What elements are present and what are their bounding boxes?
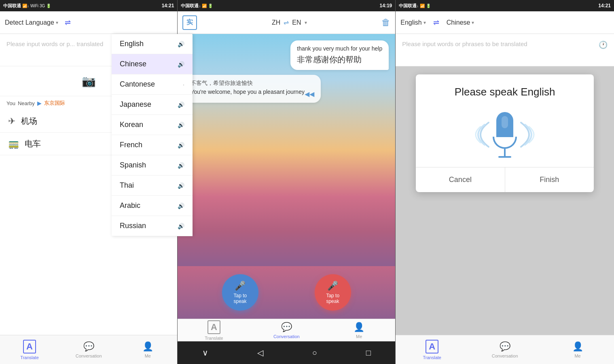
- lang-left-selector[interactable]: English ▾: [400, 19, 426, 26]
- translate-tab-label-3: Translate: [423, 355, 441, 360]
- android-nav-back[interactable]: ◁: [257, 348, 263, 358]
- tap-speak-blue-label: Tap tospeak: [233, 293, 247, 304]
- signal-1: 3G: [40, 4, 45, 8]
- lang-chevron-icon: ▾: [305, 20, 307, 25]
- android-nav-recents[interactable]: □: [366, 348, 371, 358]
- right-wave-group: [517, 114, 549, 155]
- mic-base-element: [498, 156, 511, 158]
- tap-speak-blue-button[interactable]: 🎤 Tap tospeak: [222, 274, 258, 311]
- arabic-speaker-icon: 🔊: [178, 203, 184, 209]
- conversation-tab-icon-1: 💬: [83, 341, 94, 352]
- swap-icon[interactable]: ⇌: [284, 19, 289, 26]
- translate-input-area-3[interactable]: Please input words or phrases to be tran…: [396, 34, 614, 66]
- tab-conversation-2[interactable]: 💬 Conversation: [250, 319, 323, 341]
- dropdown-item-english[interactable]: English 🔊: [112, 34, 193, 54]
- lang-right-chevron-icon: ▾: [472, 20, 474, 25]
- mic-stand-element: [504, 149, 506, 156]
- cantonese-option-label: Cantonese: [120, 80, 155, 89]
- dropdown-item-russian[interactable]: Russian 🔊: [112, 216, 193, 236]
- speaker-icon-2: ◀◀: [305, 90, 314, 98]
- translate-char-icon: 实: [186, 18, 193, 27]
- android-nav-home[interactable]: ○: [312, 348, 317, 358]
- detect-language-selector[interactable]: Detect Language ▾: [5, 19, 58, 26]
- translate-tab-label-1: Translate: [20, 355, 38, 360]
- carrier-1: 中国联通: [3, 3, 21, 9]
- dropdown-item-chinese[interactable]: Chinese 🔊: [112, 54, 193, 74]
- conversation-tab-icon-2: 💬: [281, 322, 292, 332]
- tap-speak-red-label: Tap tospeak: [326, 293, 339, 304]
- spanish-option-label: Spanish: [120, 161, 146, 169]
- russian-speaker-icon: 🔊: [178, 223, 184, 229]
- tab-translate-3[interactable]: A Translate: [396, 335, 468, 364]
- mic-head-element: [496, 112, 513, 137]
- message-zh-2: 不客气，希望你旅途愉快: [191, 80, 314, 87]
- tap-speak-area: 🎤 Tap tospeak 🎤 Tap tospeak: [178, 266, 395, 319]
- delete-button[interactable]: 🗑: [381, 17, 390, 28]
- conversation-tab-label-2: Conversation: [273, 334, 300, 339]
- language-dropdown: English 🔊 Chinese 🔊 Cantonese · Japanese…: [112, 34, 193, 236]
- status-icons-1: ↓ WiFi 3G 🔋: [27, 4, 51, 8]
- lang-left-chevron-icon: ▾: [423, 20, 426, 25]
- translate-icon-button[interactable]: 实: [182, 15, 197, 30]
- french-option-label: French: [120, 141, 142, 149]
- tab-conversation-1[interactable]: 💬 Conversation: [59, 335, 118, 364]
- panel1-translate: 中国联通 📶 ↓ WiFi 3G 🔋 14:21 Detect Language…: [0, 0, 177, 364]
- tab-me-2[interactable]: 👤 Me: [323, 319, 395, 341]
- finish-button[interactable]: Finish: [505, 167, 594, 192]
- dropdown-item-cantonese[interactable]: Cantonese ·: [112, 74, 193, 95]
- cantonese-speaker-icon: ·: [183, 81, 184, 88]
- tab-me-3[interactable]: 👤 Me: [541, 335, 614, 364]
- detect-chevron-icon: ▾: [56, 20, 58, 25]
- dropdown-item-thai[interactable]: Thai 🔊: [112, 176, 193, 196]
- lang-zh-label: ZH: [272, 19, 280, 26]
- dropdown-item-french[interactable]: French 🔊: [112, 135, 193, 155]
- dropdown-item-arabic[interactable]: Arabic 🔊: [112, 196, 193, 216]
- message-bubble-left-1: 不客气，希望你旅途愉快 You're welcome, hope you a p…: [184, 75, 321, 103]
- conversation-header: 实 ZH ⇌ EN ▾ 🗑: [178, 11, 395, 34]
- lang-english-label: English: [400, 19, 421, 26]
- panel2-conversation: 中国联通 ↓ 📶 🔋 14:19 实 ZH ⇌ EN ▾ 🗑 thank: [177, 0, 396, 364]
- swap-lang-button-3[interactable]: ⇌: [433, 18, 439, 27]
- dropdown-item-spanish[interactable]: Spanish 🔊: [112, 155, 193, 176]
- japanese-option-label: Japanese: [120, 100, 151, 109]
- message-bubble-right-1: thank you very much for your help 非常感谢你的…: [290, 40, 389, 70]
- tap-speak-red-button[interactable]: 🎤 Tap tospeak: [315, 274, 351, 311]
- carrier-2: 中国联通: [181, 3, 199, 9]
- translate-tab-icon-1: A: [23, 340, 36, 353]
- airport-label: 机场: [21, 116, 37, 127]
- conversation-tab-label-1: Conversation: [76, 353, 102, 358]
- camera-icon: 📷: [82, 74, 96, 88]
- lang-chinese-label: Chinese: [447, 19, 470, 26]
- android-nav-down[interactable]: ∨: [202, 348, 208, 358]
- speak-header: English ▾ ⇌ Chinese ▾: [396, 11, 614, 34]
- japanese-speaker-icon: 🔊: [178, 102, 184, 108]
- mic-arc: [493, 137, 517, 149]
- russian-option-label: Russian: [120, 222, 146, 230]
- swap-language-button[interactable]: ⇌: [65, 18, 71, 27]
- status-bar-1: 中国联通 📶 ↓ WiFi 3G 🔋 14:21: [0, 0, 177, 11]
- status-bar-2: 中国联通 ↓ 📶 🔋 14:19: [178, 0, 395, 11]
- me-tab-label-2: Me: [356, 334, 362, 339]
- status-icons-3: ↓ 📶 🔋: [417, 4, 431, 8]
- translate-tab-icon-3: A: [426, 340, 438, 353]
- speak-modal-overlay: Please speak English: [396, 66, 614, 335]
- korean-option-label: Korean: [120, 121, 143, 129]
- navigation-arrow-icon: ▶: [37, 100, 42, 106]
- dropdown-item-japanese[interactable]: Japanese 🔊: [112, 95, 193, 115]
- lang-right-selector[interactable]: Chinese ▾: [447, 19, 474, 26]
- airplane-icon: ✈: [8, 116, 15, 127]
- tab-conversation-3[interactable]: 💬 Conversation: [468, 335, 541, 364]
- tab-me-1[interactable]: 👤 Me: [118, 335, 177, 364]
- mic-icon-red: 🎤: [327, 281, 338, 291]
- me-tab-icon-3: 👤: [572, 341, 583, 352]
- translate-tab-label-2: Translate: [205, 336, 223, 341]
- cancel-button[interactable]: Cancel: [416, 167, 505, 192]
- mic-animation: [460, 112, 549, 158]
- time-3: 14:21: [598, 3, 611, 8]
- lang-en-label: EN: [292, 19, 301, 26]
- korean-speaker-icon: 🔊: [178, 122, 184, 128]
- dropdown-item-korean[interactable]: Korean 🔊: [112, 115, 193, 135]
- tab-translate-2[interactable]: A Translate: [178, 319, 250, 341]
- tab-translate-1[interactable]: A Translate: [0, 335, 59, 364]
- me-tab-icon-2: 👤: [354, 322, 364, 332]
